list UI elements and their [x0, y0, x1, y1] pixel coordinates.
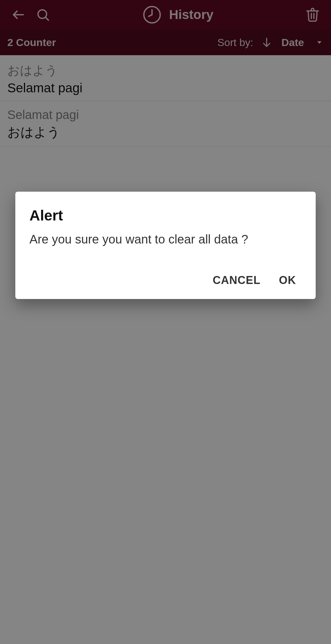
dialog-actions: CANCEL OK	[29, 274, 302, 290]
alert-dialog: Alert Are you sure you want to clear all…	[15, 192, 316, 299]
cancel-button[interactable]: CANCEL	[213, 274, 261, 287]
modal-scrim[interactable]	[0, 0, 331, 644]
ok-button[interactable]: OK	[279, 274, 296, 287]
dialog-message: Are you sure you want to clear all data …	[29, 232, 302, 246]
dialog-title: Alert	[29, 207, 302, 224]
